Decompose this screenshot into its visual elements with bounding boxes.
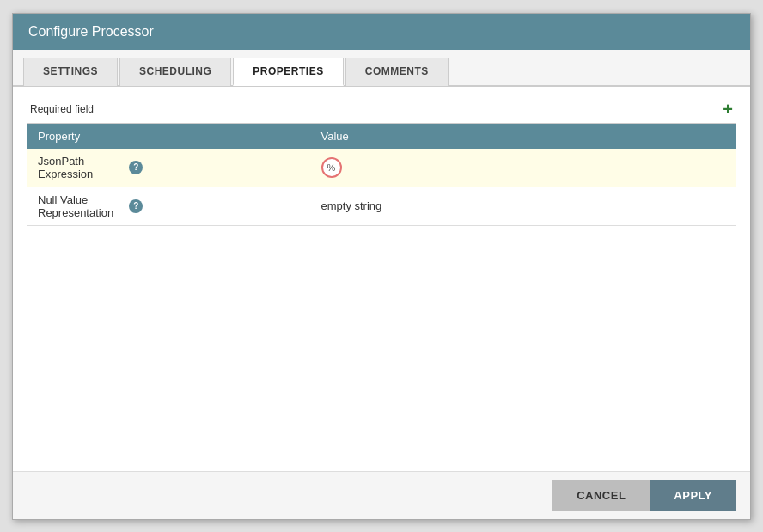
- dialog-title-text: Configure Processor: [28, 24, 154, 39]
- property-name-cell: JsonPath Expression ?: [27, 149, 311, 187]
- col-action: [665, 123, 736, 149]
- properties-table: Property Value JsonPath Expression ?: [27, 123, 736, 226]
- row-action-cell: [665, 187, 736, 225]
- required-field-row: Required field +: [27, 95, 736, 123]
- cancel-button[interactable]: CANCEL: [552, 480, 650, 511]
- tab-comments[interactable]: COMMENTS: [345, 58, 449, 86]
- tabs-bar: SETTINGS SCHEDULING PROPERTIES COMMENTS: [13, 50, 750, 87]
- col-value: Value: [311, 123, 666, 149]
- required-field-label: Required field: [30, 103, 94, 115]
- dialog-title: Configure Processor: [13, 14, 750, 50]
- table-row: JsonPath Expression ? %: [27, 149, 736, 187]
- table-header-row: Property Value: [27, 123, 736, 149]
- properties-content: Required field + Property Value JsonPath…: [13, 87, 750, 471]
- property-name-label: JsonPath Expression: [38, 155, 124, 180]
- configure-processor-dialog: Configure Processor SETTINGS SCHEDULING …: [12, 13, 751, 520]
- add-property-button[interactable]: +: [723, 101, 733, 118]
- table-row: Null Value Representation ? empty string: [27, 187, 736, 225]
- dialog-footer: CANCEL APPLY: [13, 471, 750, 519]
- row-action-cell: [665, 149, 736, 187]
- property-name-label: Null Value Representation: [38, 193, 124, 219]
- required-value-badge: %: [321, 157, 342, 178]
- property-name-cell: Null Value Representation ?: [27, 187, 311, 225]
- property-value-text: empty string: [321, 199, 382, 212]
- tab-settings[interactable]: SETTINGS: [23, 58, 118, 86]
- help-icon[interactable]: ?: [129, 199, 143, 213]
- help-icon[interactable]: ?: [129, 161, 143, 174]
- property-value-cell[interactable]: empty string: [311, 187, 666, 225]
- property-value-cell[interactable]: %: [311, 149, 666, 187]
- tab-scheduling[interactable]: SCHEDULING: [119, 58, 231, 86]
- col-property: Property: [27, 123, 311, 149]
- apply-button[interactable]: APPLY: [650, 480, 736, 511]
- tab-properties[interactable]: PROPERTIES: [233, 58, 343, 86]
